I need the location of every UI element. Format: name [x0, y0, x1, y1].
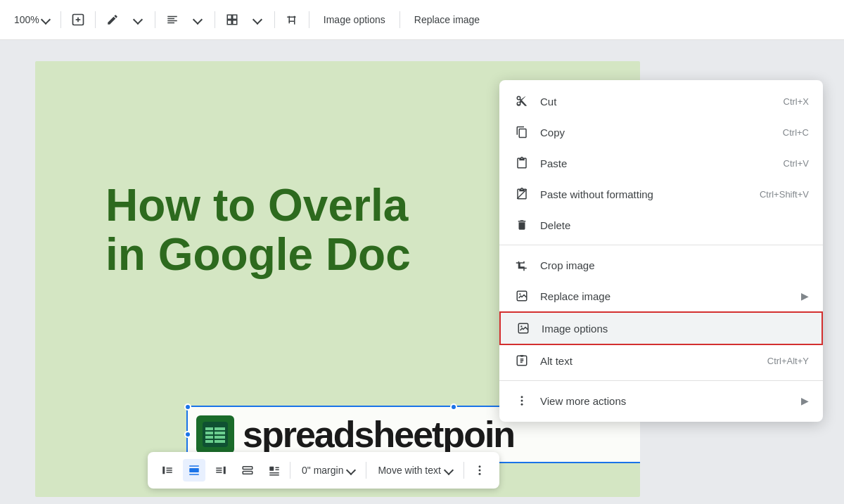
add-image-icon — [71, 13, 85, 27]
pencil-icon — [106, 13, 119, 26]
wrap-right-icon — [215, 464, 227, 477]
menu-item-delete[interactable]: Delete — [499, 209, 823, 240]
align-button[interactable] — [161, 8, 184, 31]
svg-rect-23 — [189, 468, 199, 472]
menu-item-paste[interactable]: Paste Ctrl+V — [499, 148, 823, 179]
alt-text-shortcut: Ctrl+Alt+Y — [767, 356, 809, 366]
content-area: How to Overla in Google Doc spreadsheetp… — [0, 40, 844, 504]
divider-2 — [95, 11, 96, 28]
wrap-left-icon — [161, 464, 174, 477]
menu-separator-2 — [499, 380, 823, 381]
delete-icon — [513, 217, 530, 233]
edit-chevron-icon — [133, 15, 143, 25]
menu-item-crop-image[interactable]: Crop image — [499, 250, 823, 280]
menu-item-image-options[interactable]: Image options — [499, 311, 823, 345]
svg-rect-8 — [233, 15, 237, 19]
copy-label: Copy — [540, 127, 772, 138]
more-dots-icon — [473, 464, 486, 477]
divider-5 — [274, 11, 275, 28]
align-icon — [166, 13, 179, 26]
svg-rect-14 — [205, 427, 225, 430]
svg-rect-15 — [205, 432, 225, 434]
table-button[interactable] — [221, 8, 243, 31]
menu-item-cut[interactable]: Cut Ctrl+X — [499, 86, 823, 117]
copy-shortcut: Ctrl+C — [783, 127, 809, 138]
crop-toolbar-icon — [286, 13, 298, 26]
menu-item-alt-text[interactable]: Alt text Ctrl+Alt+Y — [499, 345, 823, 376]
svg-point-49 — [521, 403, 523, 406]
zoom-chevron-icon — [41, 15, 51, 25]
svg-rect-7 — [227, 15, 231, 19]
svg-rect-19 — [162, 467, 165, 474]
align-chevron-icon — [193, 15, 203, 25]
paste-noformat-label: Paste without formatting — [540, 188, 748, 200]
paste-label: Paste — [540, 157, 772, 169]
crop-image-label: Crop image — [540, 259, 809, 271]
divider-4 — [215, 11, 215, 28]
spreadsheet-text: spreadsheetpoin — [243, 413, 514, 455]
svg-point-38 — [478, 470, 480, 472]
edit-dropdown-button[interactable] — [127, 8, 149, 31]
svg-rect-16 — [205, 436, 225, 439]
zoom-label: 100% — [14, 14, 39, 25]
break-icon — [241, 464, 254, 477]
align-float-button[interactable] — [263, 459, 286, 482]
svg-rect-30 — [243, 467, 252, 470]
margin-dropdown[interactable]: 0" margin — [295, 460, 362, 480]
crop-toolbar-button[interactable] — [281, 8, 303, 31]
cut-shortcut: Ctrl+X — [784, 96, 809, 107]
table-dropdown-button[interactable] — [246, 8, 269, 31]
inline-icon — [188, 464, 200, 477]
svg-point-47 — [521, 396, 523, 398]
handle-top-left[interactable] — [184, 403, 191, 411]
menu-item-replace-image[interactable]: Replace image ▶ — [499, 280, 823, 311]
menu-item-copy[interactable]: Copy Ctrl+C — [499, 117, 823, 148]
handle-middle-left[interactable] — [184, 431, 191, 438]
replace-image-arrow: ▶ — [801, 290, 809, 302]
edit-button[interactable] — [101, 8, 124, 31]
align-wrap-left-button[interactable] — [156, 459, 179, 482]
add-image-button[interactable] — [67, 8, 89, 31]
view-more-label: View more actions — [540, 395, 795, 407]
image-options-icon — [515, 320, 532, 337]
svg-rect-10 — [233, 20, 237, 25]
more-options-button[interactable] — [468, 459, 491, 482]
svg-rect-26 — [224, 467, 226, 474]
crop-icon — [513, 257, 530, 273]
copy-icon — [513, 124, 530, 141]
main-toolbar: 100% — [0, 0, 844, 40]
replace-image-label: Replace image — [540, 290, 795, 302]
float-divider-2 — [366, 462, 366, 479]
svg-rect-31 — [243, 472, 252, 474]
svg-point-39 — [478, 473, 480, 475]
replace-image-toolbar-button[interactable]: Replace image — [406, 10, 488, 30]
align-dropdown-button[interactable] — [186, 8, 209, 31]
float-icon — [268, 464, 281, 477]
move-with-text-label: Move with text — [378, 465, 440, 476]
divider-3 — [155, 11, 155, 28]
align-wrap-right-button[interactable] — [210, 459, 232, 482]
align-inline-button[interactable] — [183, 459, 205, 482]
alt-text-icon — [513, 352, 530, 369]
svg-rect-32 — [269, 467, 274, 471]
more-icon — [513, 392, 530, 409]
svg-rect-17 — [205, 440, 225, 443]
menu-item-paste-noformat[interactable]: Paste without formatting Ctrl+Shift+V — [499, 179, 823, 209]
handle-top-middle[interactable] — [450, 403, 457, 411]
paste-noformat-icon — [513, 186, 530, 202]
image-options-toolbar-button[interactable]: Image options — [315, 10, 394, 30]
align-break-button[interactable] — [236, 459, 259, 482]
view-more-arrow: ▶ — [801, 395, 809, 406]
move-with-text-dropdown[interactable]: Move with text — [371, 460, 459, 480]
alt-text-label: Alt text — [540, 355, 756, 367]
paste-shortcut: Ctrl+V — [784, 158, 809, 169]
paste-noformat-shortcut: Ctrl+Shift+V — [760, 189, 809, 200]
float-divider-3 — [463, 462, 464, 479]
image-options-label: Image options — [542, 323, 807, 335]
menu-item-view-more[interactable]: View more actions ▶ — [499, 385, 823, 416]
cut-label: Cut — [540, 96, 772, 108]
zoom-button[interactable]: 100% — [8, 11, 55, 28]
paste-icon — [513, 155, 530, 172]
svg-point-44 — [520, 325, 522, 327]
float-divider-1 — [290, 462, 290, 479]
